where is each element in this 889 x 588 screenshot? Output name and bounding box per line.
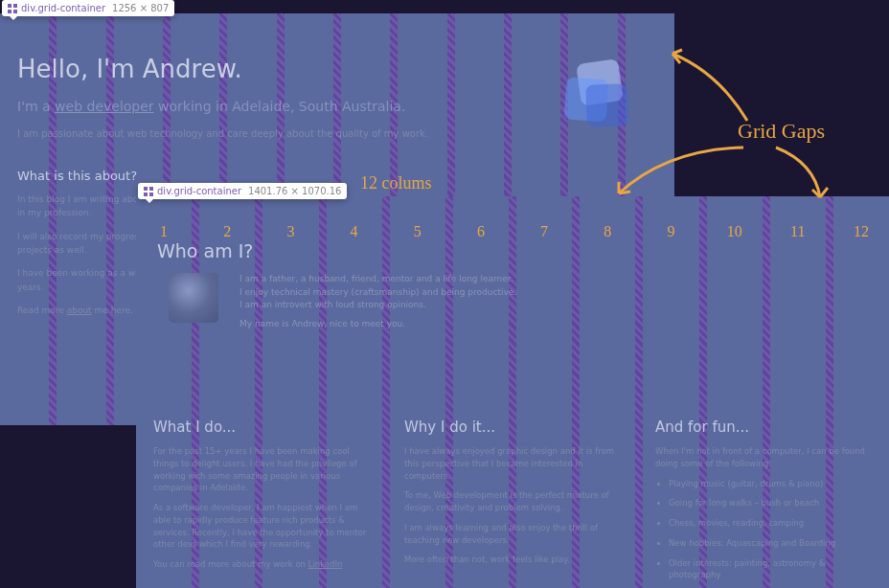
svg-rect-5 — [149, 187, 153, 191]
hero-tagline: I am passionate about web technology and… — [17, 126, 579, 142]
who-text: I am a father, a husband, friend, mentor… — [239, 273, 516, 330]
hero-heading: Hello, I'm Andrew. — [17, 50, 579, 90]
web-developer-link[interactable]: web developer — [55, 99, 154, 114]
arrow-annotation-1 — [661, 44, 757, 130]
svg-rect-7 — [149, 192, 153, 196]
annotation-columns-label: 12 colums — [360, 173, 432, 193]
column-what: What I do... For the past 15+ years I ha… — [136, 418, 387, 588]
grid-icon — [144, 187, 153, 196]
list-item: Going for long walks – bush or beach — [669, 497, 872, 509]
svg-rect-6 — [144, 192, 148, 196]
list-item: New hobbies: Aquascaping and Boarding — [669, 537, 872, 550]
column-fun: And for fun... When I'm not in front of … — [638, 418, 889, 588]
grid-panel-2: 1 2 3 4 5 6 7 8 9 10 11 12 Who am I? I a… — [136, 196, 889, 588]
column-why: Why I do it... I have always enjoyed gra… — [387, 418, 638, 588]
linkedin-link[interactable]: LinkedIn — [308, 559, 343, 569]
tooltip-dimensions: 1256 × 807 — [112, 3, 169, 13]
svg-rect-2 — [8, 10, 11, 13]
list-item: Playing music (guitar, drums & piano) — [669, 478, 872, 490]
about-link[interactable]: about — [67, 305, 92, 315]
col-heading: And for fun... — [655, 418, 872, 436]
tooltip-dimensions: 1401.76 × 1070.16 — [248, 186, 341, 196]
col-heading: What I do... — [153, 418, 370, 436]
hero-subtitle: I'm a web developer working in Adelaide,… — [17, 96, 579, 117]
devtools-tooltip-1: div.grid-container 1256 × 807 — [2, 0, 174, 16]
tooltip-selector: div.grid-container — [21, 3, 105, 13]
svg-rect-1 — [13, 4, 17, 8]
list-item: Chess, movies, reading, camping — [669, 517, 872, 530]
avatar — [169, 273, 218, 323]
who-heading: Who am I? — [157, 240, 253, 261]
tooltip-selector: div.grid-container — [157, 186, 241, 196]
annotation-gaps-label: Grid Gaps — [738, 119, 825, 144]
svg-rect-0 — [8, 4, 11, 8]
list-item: Older interests: painting, astronomy & p… — [669, 557, 872, 582]
svg-rect-4 — [144, 187, 148, 191]
col-heading: Why I do it... — [404, 418, 621, 436]
grid-icon — [8, 4, 17, 13]
devtools-tooltip-2: div.grid-container 1401.76 × 1070.16 — [138, 183, 347, 199]
svg-rect-3 — [13, 10, 17, 13]
